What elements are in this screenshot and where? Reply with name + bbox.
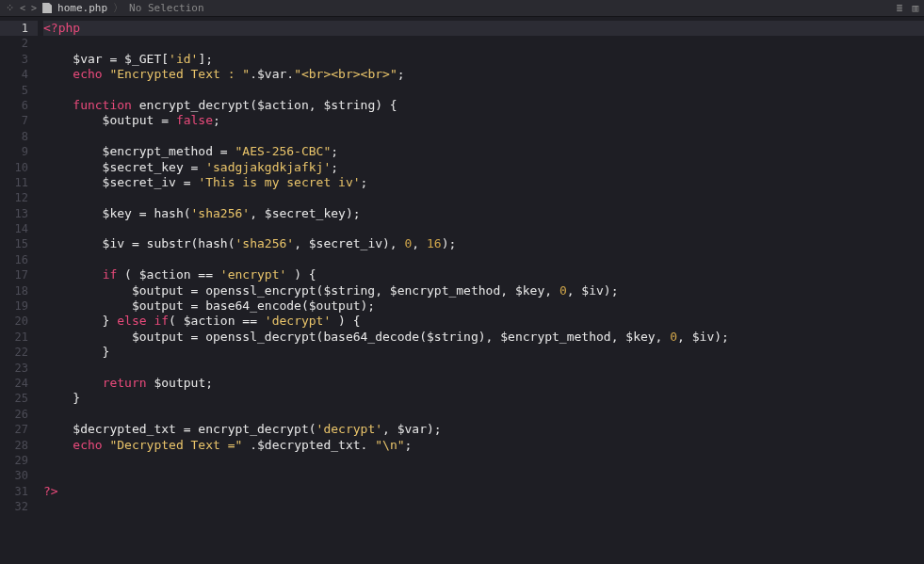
breadcrumb[interactable]: ⁘ < > home.php 〉 No Selection	[6, 1, 204, 15]
code-line[interactable]: }	[43, 345, 924, 360]
line-number: 1	[0, 21, 38, 36]
line-number: 2	[0, 36, 38, 51]
code-line[interactable]: }	[43, 391, 924, 406]
code-line[interactable]	[43, 252, 924, 267]
code-token: }	[43, 314, 117, 328]
code-token: $output =	[43, 113, 176, 127]
code-editor[interactable]: 1234567891011121314151617181920212223242…	[0, 17, 924, 564]
code-line[interactable]	[43, 83, 924, 98]
code-line[interactable]: function encrypt_decrypt($action, $strin…	[43, 98, 924, 113]
line-number: 24	[0, 376, 38, 391]
line-number: 26	[0, 407, 38, 422]
code-line[interactable]	[43, 129, 924, 144]
line-number: 14	[0, 221, 38, 236]
code-line[interactable]: if ( $action == 'encrypt' ) {	[43, 267, 924, 282]
chevron-left-icon[interactable]: <	[20, 3, 25, 13]
code-token: "\n"	[375, 438, 404, 452]
code-token: 'sha256'	[191, 206, 251, 220]
code-token: );	[442, 236, 457, 250]
breadcrumb-separator: 〉	[113, 1, 123, 15]
code-token: $output = base64_encode($output);	[43, 298, 375, 313]
code-token: 'id'	[169, 52, 198, 66]
code-token: ];	[198, 52, 213, 66]
code-token: ;	[331, 160, 338, 174]
code-token: echo	[73, 67, 102, 81]
code-line[interactable]: <?php	[43, 21, 924, 36]
code-token: ?>	[43, 484, 58, 498]
code-token: .$var.	[250, 67, 294, 81]
code-line[interactable]: $encrypt_method = "AES-256-CBC";	[43, 144, 924, 159]
line-number: 20	[0, 314, 38, 329]
code-token: encrypt_decrypt($action, $string) {	[132, 98, 397, 112]
line-number: 27	[0, 422, 38, 437]
code-token: "Decrypted Text ="	[109, 438, 242, 452]
code-line[interactable]	[43, 499, 924, 514]
panel-icon[interactable]: ▥	[912, 2, 918, 14]
line-number: 10	[0, 160, 38, 175]
code-token	[43, 376, 103, 390]
code-line[interactable]: echo "Decrypted Text =" .$decrypted_txt.…	[43, 438, 924, 453]
grid-icon[interactable]: ⁘	[6, 2, 14, 14]
code-line[interactable]: echo "Encrypted Text : ".$var."<br><br><…	[43, 67, 924, 82]
code-line[interactable]	[43, 36, 924, 51]
code-token: ,	[412, 236, 427, 250]
code-token: ;	[397, 67, 405, 81]
code-token: 'sadgjakgdkjafkj'	[205, 160, 331, 174]
breadcrumb-selection[interactable]: No Selection	[129, 2, 203, 14]
code-token: }	[43, 345, 109, 359]
code-token: $output;	[147, 376, 213, 390]
code-line[interactable]	[43, 407, 924, 422]
code-line[interactable]: ?>	[43, 484, 924, 499]
code-line[interactable]: $decrypted_txt = encrypt_decrypt('decryp…	[43, 422, 924, 437]
code-token: 'This is my secret iv'	[198, 175, 360, 189]
code-line[interactable]: return $output;	[43, 376, 924, 391]
code-token: "<br><br><br>"	[294, 67, 397, 81]
code-line[interactable]	[43, 361, 924, 376]
code-line[interactable]: $var = $_GET['id'];	[43, 52, 924, 67]
code-token: $secret_key =	[43, 160, 205, 174]
code-line[interactable]: $iv = substr(hash('sha256', $secret_iv),…	[43, 236, 924, 251]
breadcrumb-file[interactable]: home.php	[57, 2, 107, 14]
line-number: 32	[0, 499, 38, 514]
code-token: ;	[405, 438, 413, 452]
line-number: 30	[0, 468, 38, 483]
code-line[interactable]: $output = openssl_decrypt(base64_decode(…	[43, 330, 924, 345]
code-token	[43, 438, 73, 452]
code-line[interactable]: $secret_iv = 'This is my secret iv';	[43, 175, 924, 190]
code-token: .$decrypted_txt.	[242, 438, 375, 452]
code-token: ;	[213, 113, 220, 127]
code-token: if	[103, 267, 118, 282]
code-area[interactable]: <?php $var = $_GET['id']; echo "Encrypte…	[38, 17, 924, 564]
code-line[interactable]: $output = base64_encode($output);	[43, 298, 924, 314]
code-line[interactable]: $output = false;	[43, 113, 924, 128]
code-token: <?php	[43, 21, 80, 35]
code-token: echo	[73, 438, 102, 452]
code-token: $output = openssl_encrypt($string, $encr…	[43, 283, 559, 298]
code-line[interactable]: $secret_key = 'sadgjakgdkjafkj';	[43, 160, 924, 175]
line-number: 17	[0, 267, 38, 282]
code-token: else if	[117, 314, 169, 328]
code-token: $decrypted_txt = encrypt_decrypt(	[43, 422, 316, 436]
line-number: 29	[0, 453, 38, 468]
code-line[interactable]	[43, 221, 924, 236]
code-token	[43, 267, 103, 282]
code-line[interactable]: } else if( $action == 'decrypt' ) {	[43, 314, 924, 329]
code-token: , $secret_key);	[250, 206, 360, 220]
code-line[interactable]	[43, 468, 924, 483]
line-number: 23	[0, 361, 38, 376]
code-token: ( $action ==	[169, 314, 265, 328]
code-line[interactable]	[43, 190, 924, 205]
chevron-right-icon[interactable]: >	[31, 3, 37, 13]
code-line[interactable]: $key = hash('sha256', $secret_key);	[43, 206, 924, 221]
list-icon[interactable]: ≣	[897, 2, 903, 14]
code-line[interactable]: $output = openssl_encrypt($string, $encr…	[43, 283, 924, 298]
code-token: , $secret_iv),	[294, 236, 404, 250]
breadcrumb-bar: ⁘ < > home.php 〉 No Selection ≣ ▥	[0, 0, 924, 17]
code-line[interactable]	[43, 453, 924, 468]
line-number-gutter: 1234567891011121314151617181920212223242…	[0, 17, 38, 564]
code-token: 16	[427, 236, 442, 250]
code-token: , $iv);	[567, 283, 619, 298]
line-number: 4	[0, 67, 38, 82]
line-number: 12	[0, 190, 38, 205]
code-token: "Encrypted Text : "	[109, 67, 250, 81]
